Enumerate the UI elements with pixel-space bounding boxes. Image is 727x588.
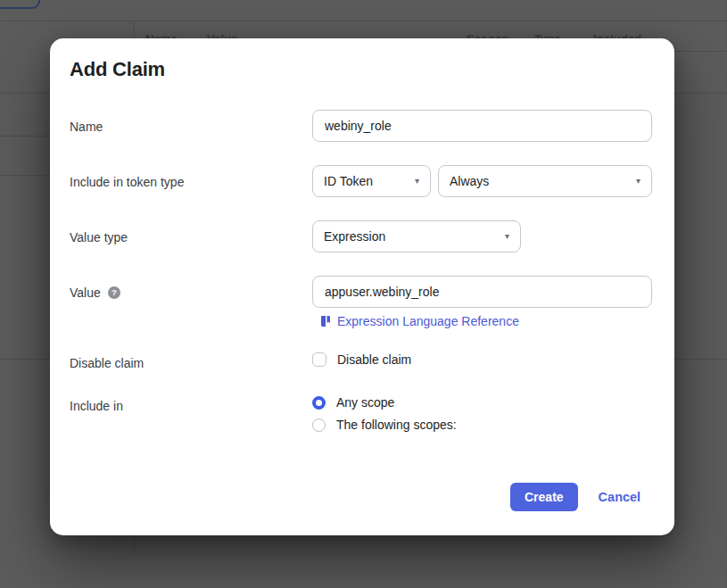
value-type-selected-value: Expression bbox=[324, 229, 385, 244]
following-scopes-radio[interactable] bbox=[312, 418, 326, 432]
any-scope-radio-row[interactable]: Any scope bbox=[312, 395, 652, 410]
disable-claim-checkbox-label: Disable claim bbox=[337, 352, 411, 367]
field-row-include-in: Include in Any scope The following scope… bbox=[70, 395, 652, 432]
value-type-select[interactable]: Expression ▾ bbox=[312, 220, 521, 253]
following-scopes-radio-label: The following scopes: bbox=[336, 418, 457, 432]
name-label: Name bbox=[70, 110, 312, 135]
field-row-disable-claim: Disable claim Disable claim bbox=[70, 352, 652, 371]
token-type-select[interactable]: ID Token ▾ bbox=[312, 165, 431, 197]
disable-claim-label: Disable claim bbox=[70, 352, 312, 371]
create-button[interactable]: Create bbox=[510, 483, 578, 511]
value-input[interactable] bbox=[312, 276, 652, 308]
value-type-label: Value type bbox=[70, 220, 312, 245]
add-claim-modal: Add Claim Name Include in token type ID … bbox=[50, 38, 674, 535]
following-scopes-radio-row[interactable]: The following scopes: bbox=[312, 418, 652, 432]
include-in-label: Include in bbox=[70, 395, 312, 414]
any-scope-radio[interactable] bbox=[312, 396, 326, 410]
disable-claim-checkbox[interactable] bbox=[312, 352, 326, 367]
token-condition-select[interactable]: Always ▾ bbox=[438, 165, 652, 197]
field-row-token-type: Include in token type ID Token ▾ Always … bbox=[70, 165, 652, 197]
expression-reference-link[interactable]: Expression Language Reference bbox=[320, 314, 652, 328]
value-label-text: Value bbox=[70, 285, 101, 301]
background-divider bbox=[0, 21, 727, 21]
expression-reference-link-text: Expression Language Reference bbox=[337, 314, 519, 328]
any-scope-radio-label: Any scope bbox=[336, 395, 394, 410]
modal-title: Add Claim bbox=[70, 58, 165, 81]
field-row-name: Name bbox=[70, 110, 652, 142]
field-row-value: Value ? Expression Language Reference bbox=[70, 276, 652, 328]
book-icon bbox=[320, 315, 331, 327]
name-input[interactable] bbox=[312, 110, 652, 142]
disable-claim-checkbox-row[interactable]: Disable claim bbox=[312, 352, 652, 367]
background-button-outline bbox=[0, 0, 40, 9]
field-row-value-type: Value type Expression ▾ bbox=[70, 220, 652, 253]
token-type-label: Include in token type bbox=[70, 165, 312, 190]
chevron-down-icon: ▾ bbox=[415, 177, 419, 186]
token-type-selected-value: ID Token bbox=[324, 174, 373, 188]
value-label: Value ? bbox=[70, 276, 312, 301]
chevron-down-icon: ▾ bbox=[505, 232, 509, 241]
chevron-down-icon: ▾ bbox=[636, 177, 640, 186]
modal-actions: Create Cancel bbox=[510, 483, 640, 511]
cancel-button[interactable]: Cancel bbox=[599, 490, 641, 504]
help-icon[interactable]: ? bbox=[108, 286, 120, 299]
token-condition-selected-value: Always bbox=[450, 174, 489, 188]
